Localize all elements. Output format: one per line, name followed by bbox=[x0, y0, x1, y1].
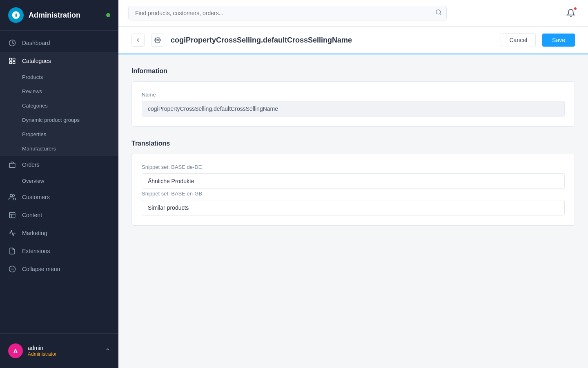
translations-card: Snippet set: BASE de-DE Snippet set: BAS… bbox=[131, 154, 575, 226]
translations-section: Translations Snippet set: BASE de-DE Sni… bbox=[131, 140, 575, 226]
sidebar-item-properties[interactable]: Properties bbox=[0, 127, 118, 141]
notification-badge bbox=[573, 7, 577, 11]
user-role: Administrator bbox=[28, 351, 57, 357]
sidebar-item-products[interactable]: Products bbox=[0, 70, 118, 84]
name-input[interactable] bbox=[142, 101, 565, 117]
svg-point-5 bbox=[10, 194, 13, 197]
search-input[interactable] bbox=[128, 6, 447, 20]
marketing-icon bbox=[8, 229, 16, 237]
content-area: cogiPropertyCrossSelling.defaultCrossSel… bbox=[118, 27, 588, 368]
sidebar-item-customers[interactable]: Customers bbox=[0, 188, 118, 206]
status-dot bbox=[106, 13, 110, 17]
name-label: Name bbox=[142, 92, 565, 98]
svg-point-13 bbox=[157, 39, 158, 41]
svg-rect-6 bbox=[9, 212, 15, 218]
snippet-de-input[interactable] bbox=[142, 173, 565, 189]
back-button[interactable] bbox=[131, 34, 145, 47]
sidebar-item-content[interactable]: Content bbox=[0, 206, 118, 224]
chevron-up-icon: ⌃ bbox=[105, 347, 110, 355]
information-card: Name bbox=[131, 81, 575, 127]
page-header: cogiPropertyCrossSelling.defaultCrossSel… bbox=[118, 27, 588, 54]
sidebar-item-dashboard[interactable]: Dashboard bbox=[0, 34, 118, 52]
sidebar-item-manufacturers[interactable]: Manufacturers bbox=[0, 141, 118, 156]
search-bar bbox=[128, 6, 447, 20]
sidebar-item-collapse[interactable]: Collapse menu bbox=[0, 260, 118, 278]
user-info: admin Administrator bbox=[28, 345, 57, 357]
snippet-en-label: Snippet set: BASE en-GB bbox=[142, 191, 565, 197]
sidebar-item-label: Marketing bbox=[22, 230, 47, 236]
app-title: Administration bbox=[29, 11, 80, 20]
information-section: Information Name bbox=[131, 67, 575, 127]
sidebar: Administration Dashboard Catalogues Prod… bbox=[0, 0, 118, 368]
main-content: cogiPropertyCrossSelling.defaultCrossSel… bbox=[118, 0, 588, 368]
sidebar-item-label: Extensions bbox=[22, 248, 50, 254]
catalogues-icon bbox=[8, 57, 16, 65]
notification-button[interactable] bbox=[564, 6, 578, 20]
user-name: admin bbox=[28, 345, 57, 351]
sidebar-nav: Dashboard Catalogues Products Reviews Ca… bbox=[0, 31, 118, 333]
sidebar-item-label: Collapse menu bbox=[22, 266, 60, 272]
sidebar-item-extensions[interactable]: Extensions bbox=[0, 242, 118, 260]
topbar-actions bbox=[564, 6, 578, 20]
save-button[interactable]: Save bbox=[542, 34, 575, 47]
svg-point-11 bbox=[436, 10, 441, 14]
svg-line-12 bbox=[440, 13, 441, 15]
snippet-de-label: Snippet set: BASE de-DE bbox=[142, 164, 565, 170]
sidebar-item-catalogues[interactable]: Catalogues bbox=[0, 52, 118, 70]
translations-title: Translations bbox=[131, 140, 575, 147]
sidebar-item-label: Dashboard bbox=[22, 40, 50, 46]
name-group: Name bbox=[142, 92, 565, 117]
orders-icon bbox=[8, 161, 16, 169]
app-logo bbox=[8, 7, 24, 23]
content-icon bbox=[8, 211, 16, 219]
snippet-en-group: Snippet set: BASE en-GB bbox=[142, 191, 565, 215]
sidebar-footer: A admin Administrator ⌃ bbox=[0, 333, 118, 368]
svg-rect-3 bbox=[9, 62, 11, 64]
sidebar-item-label: Catalogues bbox=[22, 58, 51, 64]
page-title: cogiPropertyCrossSelling.defaultCrossSel… bbox=[171, 36, 494, 45]
search-icon bbox=[435, 9, 442, 17]
svg-rect-1 bbox=[9, 58, 11, 60]
sidebar-catalogues-section: Catalogues Products Reviews Categories D… bbox=[0, 52, 118, 156]
extensions-icon bbox=[8, 247, 16, 255]
snippet-de-group: Snippet set: BASE de-DE bbox=[142, 164, 565, 189]
sidebar-item-label: Customers bbox=[22, 194, 50, 200]
svg-rect-2 bbox=[13, 58, 15, 60]
sidebar-header: Administration bbox=[0, 0, 118, 31]
collapse-icon bbox=[8, 265, 16, 273]
snippet-en-input[interactable] bbox=[142, 200, 565, 215]
topbar bbox=[118, 0, 588, 27]
sidebar-item-reviews[interactable]: Reviews bbox=[0, 84, 118, 99]
sidebar-item-dynamic-product-groups[interactable]: Dynamic product groups bbox=[0, 113, 118, 127]
form-content: Information Name Translations Snippet se… bbox=[118, 54, 588, 368]
dashboard-icon bbox=[8, 39, 16, 47]
user-section[interactable]: A admin Administrator ⌃ bbox=[0, 339, 118, 363]
sidebar-item-label: Orders bbox=[22, 162, 40, 168]
settings-button[interactable] bbox=[151, 34, 164, 47]
sidebar-item-categories[interactable]: Categories bbox=[0, 99, 118, 113]
information-title: Information bbox=[131, 67, 575, 75]
customers-icon bbox=[8, 193, 16, 201]
svg-rect-4 bbox=[13, 62, 15, 64]
avatar: A bbox=[8, 343, 23, 358]
sidebar-item-label: Content bbox=[22, 212, 42, 218]
sidebar-item-orders[interactable]: Orders bbox=[0, 156, 118, 174]
sidebar-item-marketing[interactable]: Marketing bbox=[0, 224, 118, 242]
cancel-button[interactable]: Cancel bbox=[501, 33, 536, 47]
sidebar-item-overview[interactable]: Overview bbox=[0, 174, 118, 188]
